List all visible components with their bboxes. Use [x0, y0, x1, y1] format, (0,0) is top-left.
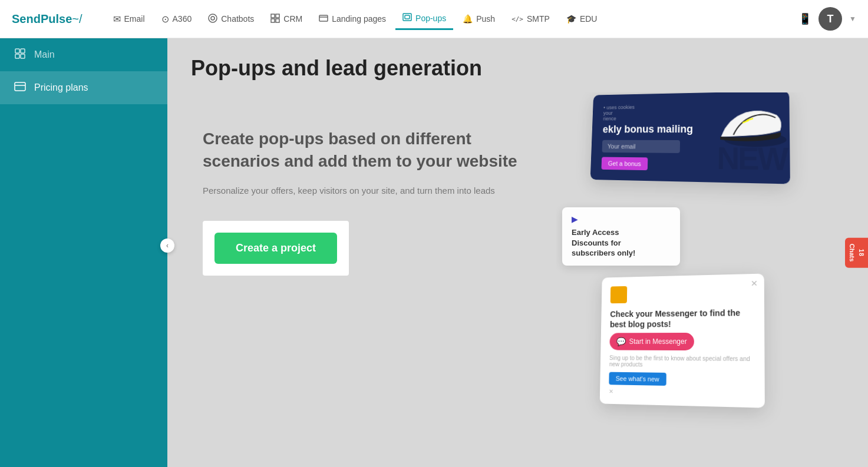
- sidebar-item-main[interactable]: Main: [0, 38, 167, 71]
- main-icon: [14, 48, 26, 62]
- svg-rect-6: [319, 15, 328, 21]
- main-layout: Main Pricing plans ‹ Pop-ups and lead ge…: [0, 38, 868, 467]
- svg-rect-14: [15, 82, 25, 91]
- sidebar-item-pricing[interactable]: Pricing plans: [0, 71, 167, 104]
- svg-point-1: [211, 16, 214, 20]
- sidebar-item-main-label: Main: [34, 49, 55, 60]
- nav-item-smtp[interactable]: </> SMTP: [504, 9, 557, 28]
- avatar-dropdown-arrow[interactable]: ▼: [849, 15, 856, 23]
- nav-item-landing[interactable]: Landing pages: [312, 9, 393, 29]
- promo-area: Create pop-ups based on different scenar…: [191, 92, 844, 434]
- svg-point-0: [209, 14, 217, 22]
- svg-rect-11: [21, 49, 25, 53]
- nav-item-crm-label: CRM: [283, 14, 302, 24]
- card-get-bonus-btn[interactable]: Get a bonus: [601, 157, 648, 171]
- nav-item-push[interactable]: 🔔 Push: [456, 9, 502, 28]
- sidebar-item-pricing-label: Pricing plans: [34, 82, 88, 93]
- nav-item-email[interactable]: ✉ Email: [106, 9, 152, 29]
- push-icon: 🔔: [463, 14, 473, 24]
- promo-visual-section: • uses cookies your rience ekly bonus ma…: [556, 92, 844, 434]
- collapse-icon: ‹: [166, 241, 169, 250]
- svg-rect-2: [271, 14, 275, 18]
- nav-item-smtp-label: SMTP: [527, 14, 550, 24]
- chats-tab[interactable]: 18 Chats: [845, 238, 868, 268]
- user-avatar[interactable]: T: [819, 7, 842, 31]
- nav-item-edu-label: EDU: [580, 14, 598, 24]
- play-icon: ▶: [572, 214, 578, 224]
- nav-item-chatbots[interactable]: Chatbots: [201, 9, 261, 29]
- svg-rect-9: [405, 15, 410, 19]
- card-yellow-icon: [610, 286, 628, 303]
- start-messenger-label: Start in Messenger: [629, 337, 687, 346]
- svg-rect-12: [15, 54, 19, 58]
- content-area: Pop-ups and lead generation Create pop-u…: [167, 38, 868, 467]
- promo-subtext: Personalize your offers, keep visitors o…: [203, 184, 544, 198]
- nav-item-edu[interactable]: 🎓 EDU: [559, 9, 605, 28]
- crm-icon: [270, 14, 280, 25]
- smtp-icon: </>: [511, 15, 523, 23]
- edu-icon: 🎓: [566, 14, 576, 24]
- popup-card-bonus: • uses cookies your rience ekly bonus ma…: [590, 92, 790, 184]
- start-messenger-btn[interactable]: 💬 Start in Messenger: [609, 333, 694, 350]
- svg-rect-13: [21, 54, 25, 58]
- messenger-icon: 💬: [616, 337, 626, 346]
- product-image: [709, 92, 790, 164]
- create-project-button[interactable]: Create a project: [214, 233, 337, 264]
- pricing-icon: [14, 81, 26, 95]
- nav-item-landing-label: Landing pages: [332, 14, 386, 24]
- nav-item-a360-label: A360: [173, 14, 192, 24]
- svg-rect-3: [276, 14, 279, 18]
- popup-card-messenger: ✕ Check your Messenger to find the best …: [600, 274, 765, 409]
- mobile-icon[interactable]: 📱: [798, 12, 811, 25]
- nav-item-email-label: Email: [124, 14, 145, 24]
- main-navigation: ✉ Email ⊙ A360 Chatbots CRM Landing: [106, 8, 799, 30]
- messenger-heading: Check your Messenger to find the best bl…: [610, 307, 754, 330]
- nav-item-a360[interactable]: ⊙ A360: [154, 9, 199, 29]
- landing-icon: [319, 14, 328, 25]
- top-navigation: SendPulse~/ ✉ Email ⊙ A360 Chatbots CRM: [0, 0, 868, 38]
- page-title: Pop-ups and lead generation: [167, 38, 868, 92]
- sidebar-collapse-button[interactable]: ‹: [160, 239, 174, 253]
- nav-item-push-label: Push: [476, 14, 495, 24]
- early-access-text: Early Access Discounts for subscribers o…: [572, 227, 671, 259]
- nav-item-popups[interactable]: Pop-ups: [395, 8, 453, 30]
- card-close-text: ✕: [609, 388, 755, 398]
- chats-tab-label: Chats: [849, 244, 856, 262]
- logo[interactable]: SendPulse~/: [12, 11, 82, 27]
- a360-icon: ⊙: [161, 14, 169, 25]
- early-access-card: ▶ Early Access Discounts for subscribers…: [562, 207, 680, 266]
- sidebar: Main Pricing plans ‹: [0, 38, 167, 467]
- email-icon: ✉: [113, 14, 121, 25]
- nav-right-section: 📱 T ▼: [798, 7, 856, 31]
- card-email-input: Your email: [602, 140, 680, 153]
- logo-text: SendPulse~/: [12, 11, 82, 27]
- nav-item-popups-label: Pop-ups: [415, 14, 446, 23]
- card-close-icon[interactable]: ✕: [751, 279, 758, 288]
- see-whats-new-btn[interactable]: See what's new: [609, 372, 666, 386]
- nav-item-chatbots-label: Chatbots: [221, 14, 254, 24]
- nav-item-crm[interactable]: CRM: [263, 9, 309, 29]
- svg-rect-5: [276, 19, 279, 22]
- svg-rect-4: [271, 19, 275, 22]
- create-button-wrapper: Create a project: [203, 221, 349, 276]
- chats-tab-count: 18: [858, 249, 864, 256]
- popups-icon: [402, 12, 412, 24]
- card-signup-text: Sing up to be the first to know about sp…: [609, 355, 755, 369]
- promo-text-section: Create pop-ups based on different scenar…: [191, 92, 556, 299]
- chatbots-icon: [208, 14, 217, 25]
- promo-heading: Create pop-ups based on different scenar…: [203, 128, 544, 173]
- svg-rect-8: [403, 14, 411, 21]
- svg-rect-10: [15, 49, 19, 53]
